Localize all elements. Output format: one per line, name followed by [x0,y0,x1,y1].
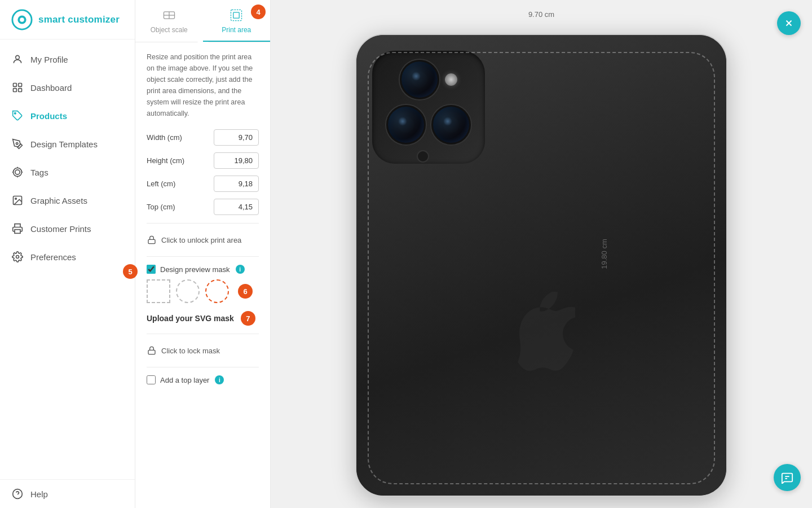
camera-lens-2 [386,105,426,144]
target-icon [11,166,24,178]
width-label: Width (cm) [147,133,214,142]
svg-rect-7 [19,89,22,92]
sidebar-logo: smart customizer [0,0,135,40]
close-button[interactable] [777,11,801,35]
mask-shape-square[interactable] [147,279,170,303]
design-preview-mask-checkbox[interactable] [147,265,156,274]
sidebar-label-dashboard: Dashboard [30,83,72,93]
design-preview-info-icon[interactable]: i [236,265,245,274]
add-top-layer-info-icon[interactable]: i [215,375,224,384]
sidebar-label-help: Help [30,489,48,499]
svg-rect-25 [231,10,242,20]
sidebar-nav: My Profile Dashboard Products Design Tem… [0,40,135,479]
tag-icon [11,110,24,122]
upload-svg-label[interactable]: Upload your SVG mask [147,314,234,323]
divider-3 [147,334,259,334]
add-top-layer-label: Add a top layer [160,376,209,384]
sidebar-item-design-templates[interactable]: Design Templates [0,130,135,158]
sidebar-label-products: Products [30,111,67,121]
print-area-tab-badge: 4 [251,5,266,19]
sidebar-item-graphic-assets[interactable]: Graphic Assets [0,186,135,214]
height-input[interactable] [214,152,259,169]
width-input[interactable] [214,129,259,146]
brush-icon [11,138,24,150]
svg-point-9 [16,143,18,144]
main-content: 9.70 cm 19.80 cm [271,0,812,508]
tab-indicator-triangle [197,42,209,47]
unlock-print-area-label: Click to unlock print area [161,236,241,244]
gear-icon [11,251,24,263]
svg-rect-28 [148,350,155,354]
left-label: Left (cm) [147,179,214,188]
mask-shape-rounded[interactable] [205,279,229,303]
spacer [435,154,440,159]
camera-bump [372,51,485,164]
sidebar: smart customizer My Profile Dashboard Pr… [0,0,135,508]
divider-1 [147,223,259,224]
svg-rect-26 [233,12,239,18]
width-field-row: Width (cm) [147,129,259,146]
panel-content: Resize and position the print area on th… [135,42,270,508]
svg-point-19 [16,256,19,259]
sidebar-item-help[interactable]: Help [0,479,135,508]
print-area-tab-icon [229,8,244,23]
top-label: Top (cm) [147,203,214,211]
sidebar-item-my-profile[interactable]: My Profile [0,45,135,73]
left-input[interactable] [214,176,259,192]
sidebar-item-dashboard[interactable]: Dashboard [0,73,135,102]
logo-icon [11,9,33,30]
svg-point-8 [15,113,16,115]
design-preview-mask-row: Design preview mask i [147,265,259,274]
sidebar-item-tags[interactable]: Tags [0,158,135,186]
top-input[interactable] [214,199,259,215]
panel-description: Resize and position the print area on th… [147,51,259,119]
sidebar-item-preferences[interactable]: Preferences [0,243,135,271]
lock-icon [147,235,157,245]
svg-rect-4 [14,84,17,87]
lock-mask-row[interactable]: Click to lock mask [147,342,259,359]
sidebar-label-customer-prints: Customer Prints [30,224,91,234]
sidebar-item-customer-prints[interactable]: Customer Prints [0,214,135,243]
lock-mask-label: Click to lock mask [161,347,220,355]
step-5-badge: 5 [123,264,138,279]
object-scale-tab-icon [162,8,176,23]
upload-svg-mask-row: Upload your SVG mask 7 [147,311,259,326]
svg-point-11 [15,170,20,174]
dashboard-icon [11,81,24,94]
svg-rect-18 [15,230,20,234]
lock-mask-icon [147,345,157,356]
tab-object-scale[interactable]: Object scale [135,0,203,42]
unlock-print-area-row[interactable]: Click to unlock print area [147,231,259,248]
svg-rect-27 [148,239,155,243]
dimension-left-label: 19.80 cm [600,239,608,269]
svg-point-3 [16,55,20,59]
mask-shapes-row: 6 [147,279,259,303]
panel: Object scale Print area 4 Resize and pos… [135,0,271,508]
height-field-row: Height (cm) [147,152,259,169]
tab-print-area[interactable]: Print area 4 [203,0,271,42]
sidebar-item-products[interactable]: Products [0,102,135,130]
add-top-layer-row: Add a top layer i [147,375,259,384]
apple-logo [508,292,575,383]
sidebar-label-my-profile: My Profile [30,55,68,64]
sidebar-label-graphic-assets: Graphic Assets [30,196,87,205]
step-7-badge: 7 [241,311,255,326]
svg-point-17 [15,198,16,200]
chat-button[interactable] [774,464,801,491]
svg-rect-5 [19,84,22,87]
camera-lens-1 [400,60,439,99]
phone-inner [356,35,726,496]
mic-dot [417,150,429,163]
canvas-area: 9.70 cm 19.80 cm [271,0,812,508]
sidebar-label-preferences: Preferences [30,252,76,262]
add-top-layer-checkbox[interactable] [147,375,156,384]
logo-text: smart customizer [38,14,120,25]
phone-frame [355,34,727,497]
design-preview-mask-label: Design preview mask [160,265,230,274]
mask-shape-circle[interactable] [176,279,200,303]
user-icon [11,53,24,65]
sidebar-label-design-templates: Design Templates [30,139,98,149]
svg-point-10 [14,168,22,177]
image-icon [11,194,24,207]
sidebar-label-tags: Tags [30,168,48,177]
